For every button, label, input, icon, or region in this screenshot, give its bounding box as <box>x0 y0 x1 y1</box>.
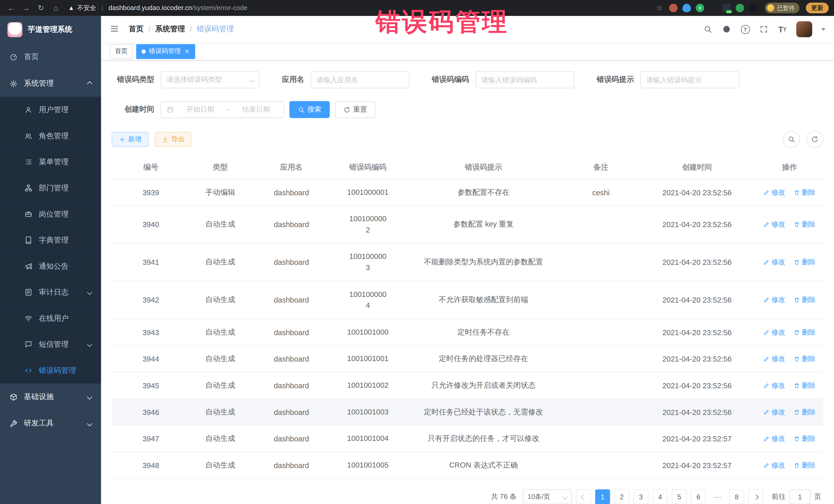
dashboard-icon <box>9 53 18 61</box>
page-button-8[interactable]: 8 <box>729 489 744 504</box>
date-range-picker[interactable]: 开始日期 - 结束日期 <box>161 101 284 118</box>
home-icon[interactable]: ⌂ <box>50 2 62 14</box>
screen: ← → ↻ ⌂ ▲︎ 不安全 | dashboard.yudao.iocoder… <box>0 0 834 504</box>
sidebar-item-roles[interactable]: 角色管理 <box>0 123 101 149</box>
delete-link[interactable]: 删除 <box>794 188 815 197</box>
sidebar-item-posts[interactable]: 岗位管理 <box>0 201 101 227</box>
goto-page-input[interactable] <box>789 489 811 504</box>
extension-icon-leaf[interactable] <box>736 4 744 12</box>
delete-link[interactable]: 删除 <box>794 434 815 443</box>
security-indicator[interactable]: ▲︎ 不安全 <box>68 3 96 12</box>
breadcrumb-home[interactable]: 首页 <box>129 24 144 34</box>
page-button-4[interactable]: 4 <box>653 489 667 504</box>
edit-link[interactable]: 修改 <box>764 407 785 417</box>
bookmark-star-icon[interactable]: ☆ <box>656 4 663 12</box>
navbar-actions: ? TT <box>703 21 826 37</box>
edit-link[interactable]: 修改 <box>764 434 785 443</box>
edit-link[interactable]: 修改 <box>764 257 785 267</box>
page-button-1[interactable]: 1 <box>595 489 610 504</box>
edit-link[interactable]: 修改 <box>764 327 785 337</box>
reload-icon[interactable]: ↻ <box>35 2 47 14</box>
sidebar-item-users[interactable]: 用户管理 <box>0 97 101 123</box>
edit-link[interactable]: 修改 <box>764 460 785 470</box>
delete-link[interactable]: 删除 <box>794 220 815 229</box>
export-button[interactable]: 导出 <box>155 132 192 147</box>
delete-link[interactable]: 删除 <box>794 295 815 305</box>
sidebar-item-error-code[interactable]: 错误码管理 <box>0 357 101 384</box>
sidebar-item-departments[interactable]: 部门管理 <box>0 175 101 201</box>
fullscreen-icon[interactable] <box>759 24 769 34</box>
sidebar-item-sms[interactable]: 短信管理 <box>0 331 101 357</box>
sidebar-item-menus[interactable]: 菜单管理 <box>0 149 101 175</box>
sidebar-logo[interactable]: 芋道管理系统 <box>0 16 101 44</box>
font-size-icon[interactable]: TT <box>777 24 787 34</box>
tab-error-code[interactable]: 错误码管理 <box>136 44 195 59</box>
delete-link[interactable]: 删除 <box>794 327 815 337</box>
paused-badge[interactable]: 已暂停 <box>765 3 799 13</box>
breadcrumb-system[interactable]: 系统管理 <box>155 24 185 34</box>
pencil-icon <box>764 297 770 303</box>
extension-icon-red[interactable] <box>669 4 678 12</box>
help-icon[interactable]: ? <box>740 24 750 34</box>
github-icon[interactable] <box>722 24 731 34</box>
extension-icon-drop[interactable] <box>682 4 691 12</box>
sidebar-item-system[interactable]: 系统管理 <box>0 70 101 97</box>
error-code-input[interactable] <box>476 71 575 88</box>
page-button-2[interactable]: 2 <box>614 489 629 504</box>
cell-hint: 只有开启状态的任务，才可以修改 <box>403 425 564 452</box>
extension-icon-dark[interactable] <box>749 4 757 12</box>
edit-link[interactable]: 修改 <box>764 295 785 305</box>
prev-page-button[interactable] <box>576 489 591 504</box>
cell-created: 2021-04-20 23:52:57 <box>638 452 756 479</box>
sidebar-item-home[interactable]: 首页 <box>0 44 101 70</box>
edit-link[interactable]: 修改 <box>764 188 785 197</box>
sidebar-item-dictionary[interactable]: 字典管理 <box>0 227 101 253</box>
page-button-6[interactable]: 6 <box>691 489 706 504</box>
page-ellipsis[interactable]: ··· <box>710 489 725 504</box>
update-button[interactable]: 更新 <box>806 3 829 13</box>
tab-home[interactable]: 首页 <box>110 44 133 59</box>
forward-icon[interactable]: → <box>20 2 32 14</box>
next-page-button[interactable] <box>748 489 763 504</box>
extension-icon-switch[interactable]: on <box>722 4 731 12</box>
show-search-button[interactable] <box>783 131 800 148</box>
avatar[interactable] <box>796 21 812 37</box>
delete-link[interactable]: 删除 <box>794 460 815 470</box>
page-size-select[interactable]: 10条/页 <box>523 489 572 504</box>
sidebar-item-audit-log[interactable]: 审计日志 <box>0 279 101 305</box>
error-hint-input[interactable] <box>640 71 740 88</box>
edit-link[interactable]: 修改 <box>764 380 785 390</box>
edit-link[interactable]: 修改 <box>764 220 785 229</box>
app-name-input[interactable] <box>310 71 410 88</box>
sidebar-item-online-users[interactable]: 在线用户 <box>0 305 101 332</box>
delete-link[interactable]: 删除 <box>794 257 815 267</box>
extension-icon-grid[interactable] <box>709 4 718 12</box>
pencil-icon <box>764 329 770 335</box>
cell-id: 3939 <box>112 179 190 205</box>
tags-view: 首页 错误码管理 <box>101 43 834 61</box>
cell-remark <box>564 319 638 346</box>
edit-link[interactable]: 修改 <box>764 354 785 364</box>
delete-link[interactable]: 删除 <box>794 407 815 417</box>
close-icon[interactable] <box>184 48 190 54</box>
page-button-3[interactable]: 3 <box>634 489 649 504</box>
search-icon[interactable] <box>703 24 712 34</box>
add-button[interactable]: 新增 <box>112 132 148 147</box>
cell-type: 自动生成 <box>190 452 250 479</box>
hamburger-icon[interactable] <box>110 24 120 35</box>
error-type-select[interactable]: 请选择错误码类型 <box>161 71 260 88</box>
delete-link[interactable]: 删除 <box>794 380 815 390</box>
back-icon[interactable]: ← <box>5 2 17 14</box>
address-bar[interactable]: dashboard.yudao.iocoder.cn/system/error-… <box>109 4 650 12</box>
refresh-table-button[interactable] <box>806 131 823 148</box>
caret-down-icon[interactable] <box>821 28 826 30</box>
sidebar-item-infrastructure[interactable]: 基础设施 <box>0 384 101 410</box>
active-dot-icon <box>141 49 146 53</box>
extension-icon-check[interactable]: V <box>696 4 704 12</box>
page-button-5[interactable]: 5 <box>672 489 687 504</box>
search-button[interactable]: 搜索 <box>289 101 330 118</box>
delete-link[interactable]: 删除 <box>794 354 815 364</box>
reset-button[interactable]: 重置 <box>335 101 376 118</box>
sidebar-item-notices[interactable]: 通知公告 <box>0 253 101 280</box>
sidebar-item-dev-tools[interactable]: 研发工具 <box>0 410 101 437</box>
